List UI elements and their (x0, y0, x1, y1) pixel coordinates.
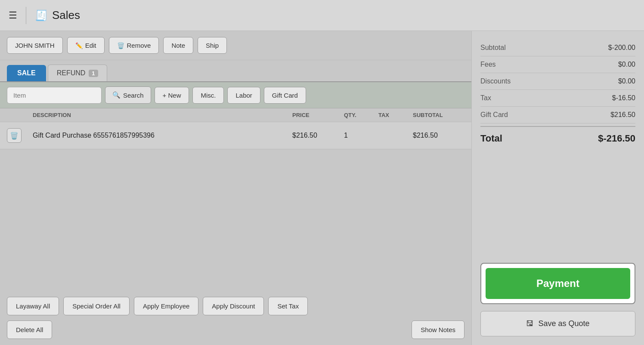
remove-button[interactable]: 🗑️ Remove (109, 37, 159, 54)
header: ☰ 🧾 Sales (0, 0, 644, 31)
customer-bar: JOHN SMITH ✏️ Edit 🗑️ Remove Note Ship (0, 31, 471, 60)
misc-button[interactable]: Misc. (192, 87, 224, 104)
special-order-all-button[interactable]: Special Order All (63, 297, 130, 315)
delete-all-button[interactable]: Delete All (7, 320, 52, 339)
total-label: Total (480, 133, 502, 144)
fees-value: $0.00 (618, 61, 635, 68)
tab-refund[interactable]: REFUND 1 (48, 65, 107, 81)
discounts-value: $0.00 (618, 77, 635, 85)
summary-section: Subtotal $-200.00 Fees $0.00 Discounts $… (480, 40, 635, 256)
search-label: Search (123, 92, 144, 99)
payment-button[interactable]: Payment (486, 268, 630, 299)
fees-row: Fees $0.00 (480, 56, 635, 73)
action-row-1: Layaway All Special Order All Apply Empl… (0, 291, 471, 319)
table-body: 🗑️ Gift Card Purchase 6555761857995396 $… (0, 122, 471, 291)
save-quote-icon: 🖫 (526, 319, 534, 328)
save-quote-area: 🖫 Save as Quote (480, 311, 635, 336)
col-tax: TAX (378, 112, 413, 118)
action-row-2: Delete All Show Notes (0, 319, 471, 345)
delete-row-button[interactable]: 🗑️ (7, 128, 22, 143)
table-row: 🗑️ Gift Card Purchase 6555761857995396 $… (0, 122, 471, 149)
gift-card-button[interactable]: Gift Card (264, 87, 306, 104)
edit-icon: ✏️ (75, 42, 83, 49)
search-input[interactable] (7, 87, 102, 104)
show-notes-button[interactable]: Show Notes (412, 320, 464, 339)
subtotal-value: $-200.00 (608, 44, 635, 52)
col-price: PRICE (292, 112, 344, 118)
apply-employee-button[interactable]: Apply Employee (134, 297, 198, 315)
right-panel: Subtotal $-200.00 Fees $0.00 Discounts $… (472, 31, 644, 345)
col-description: DESCRIPTION (33, 112, 292, 118)
left-panel: JOHN SMITH ✏️ Edit 🗑️ Remove Note Ship S… (0, 31, 472, 345)
item-subtotal: $216.50 (413, 132, 464, 139)
ship-button[interactable]: Ship (198, 37, 227, 54)
tax-value: $-16.50 (612, 94, 635, 102)
discounts-label: Discounts (480, 77, 511, 85)
table-header: DESCRIPTION PRICE QTY. TAX SUBTOTAL (0, 108, 471, 122)
save-quote-button[interactable]: 🖫 Save as Quote (480, 311, 635, 336)
item-description: Gift Card Purchase 6555761857995396 (33, 132, 292, 139)
refund-tab-label: REFUND (57, 69, 86, 77)
payment-area: Payment (480, 263, 635, 304)
note-button[interactable]: Note (163, 37, 193, 54)
search-icon: 🔍 (112, 91, 121, 99)
save-quote-label: Save as Quote (538, 319, 589, 328)
col-action (7, 112, 33, 118)
set-tax-button[interactable]: Set Tax (268, 297, 308, 315)
new-item-button[interactable]: + New (155, 87, 189, 104)
subtotal-label: Subtotal (480, 44, 506, 52)
remove-label: Remove (127, 42, 151, 49)
tax-label: Tax (480, 94, 491, 102)
gift-card-label: Gift Card (480, 111, 508, 119)
labor-button[interactable]: Labor (227, 87, 260, 104)
tabs-row: SALE REFUND 1 (0, 60, 471, 81)
header-divider (26, 7, 26, 24)
page-title: Sales (52, 9, 80, 22)
tax-row: Tax $-16.50 (480, 90, 635, 107)
discounts-row: Discounts $0.00 (480, 73, 635, 90)
layaway-all-button[interactable]: Layaway All (7, 297, 59, 315)
search-button[interactable]: 🔍 Search (105, 86, 151, 104)
total-row: Total $-216.50 (480, 126, 635, 150)
gift-card-value: $216.50 (610, 111, 635, 119)
gift-card-row: Gift Card $216.50 (480, 107, 635, 123)
subtotal-row: Subtotal $-200.00 (480, 40, 635, 56)
hamburger-menu-icon[interactable]: ☰ (9, 10, 17, 21)
fees-label: Fees (480, 61, 496, 68)
item-qty: 1 (344, 132, 378, 139)
col-subtotal: SUBTOTAL (413, 112, 464, 118)
edit-label: Edit (85, 42, 96, 49)
main-layout: JOHN SMITH ✏️ Edit 🗑️ Remove Note Ship S… (0, 31, 644, 345)
apply-discount-button[interactable]: Apply Discount (203, 297, 264, 315)
item-search-row: 🔍 Search + New Misc. Labor Gift Card (0, 81, 471, 108)
col-qty: QTY. (344, 112, 378, 118)
sales-icon: 🧾 (35, 9, 48, 22)
customer-name-button[interactable]: JOHN SMITH (7, 37, 63, 54)
total-value: $-216.50 (598, 133, 635, 144)
tab-sale[interactable]: SALE (7, 65, 46, 81)
item-price: $216.50 (292, 132, 344, 139)
refund-badge: 1 (89, 70, 98, 77)
edit-button[interactable]: ✏️ Edit (67, 37, 105, 54)
trash-icon: 🗑️ (117, 42, 124, 49)
